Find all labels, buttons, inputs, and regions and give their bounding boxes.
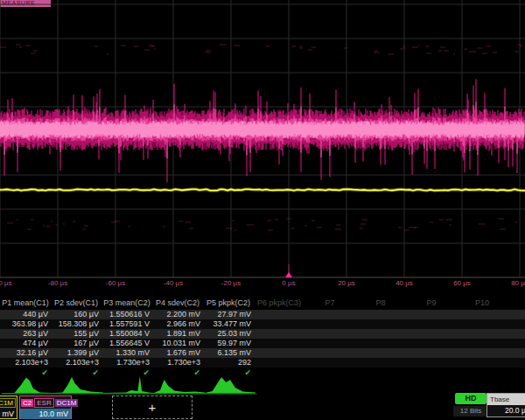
histicon — [2, 375, 52, 394]
timebase-value: 20.0 µs — [487, 405, 525, 416]
c1-coupling-badge: DC1M — [0, 398, 16, 408]
c2-scale: 10.0 mV — [20, 409, 71, 419]
param-header-disabled[interactable]: P6 pkpk(C3) — [254, 298, 304, 310]
param-header-disabled[interactable]: P7 — [304, 298, 355, 310]
time-tick-label: -100 µs — [0, 279, 11, 287]
table-cell: 25.03 mV — [205, 329, 256, 339]
histicon — [154, 375, 205, 394]
table-cell: 10.031 mV — [154, 339, 205, 348]
table-cell: 363.98 µV — [2, 319, 52, 329]
table-cell: 27.97 mV — [205, 310, 256, 319]
timebase-descriptor[interactable]: Tbase 20.0 µs — [486, 393, 525, 417]
time-tick-label: -80 µs — [48, 279, 67, 287]
param-header[interactable]: P3 mean(C2) — [102, 298, 152, 310]
param-header[interactable]: P4 sdev(C2) — [152, 298, 203, 310]
c1-scale: 10.0 mV — [0, 409, 17, 419]
param-header[interactable]: P1 mean(C1) — [0, 298, 51, 310]
param-header-disabled[interactable]: P9 — [406, 298, 457, 310]
table-cell: 2.966 mV — [154, 319, 205, 329]
time-tick-label: -40 µs — [164, 279, 183, 287]
histicon — [52, 375, 103, 394]
table-cell: 32.16 µV — [2, 348, 52, 358]
table-cell: 2.103e+3 — [2, 358, 52, 368]
hd-mode-badge[interactable]: HD — [455, 393, 486, 404]
table-cell: 1.730e+3 — [154, 358, 205, 368]
histicon — [205, 375, 256, 394]
time-tick-label: -20 µs — [221, 279, 241, 287]
waveform-display[interactable] — [0, 0, 525, 278]
c2-descriptor[interactable]: C2 ESR DC1M 10.0 mV — [19, 396, 72, 419]
time-tick-label: 40 µs — [396, 279, 413, 287]
measure-table[interactable]: P1 mean(C1)P2 sdev(C1)P3 mean(C2)P4 sdev… — [0, 298, 525, 378]
param-header[interactable]: P5 pkpk(C2) — [203, 298, 254, 310]
table-cell: 474 µV — [2, 339, 52, 348]
table-cell: 1.550616 V — [103, 310, 154, 319]
time-tick-label: 20 µs — [338, 279, 355, 287]
table-cell: 2.103e+3 — [52, 358, 103, 368]
histicon — [103, 375, 154, 394]
table-cell: 440 µV — [2, 310, 52, 319]
table-cell: 1.891 mV — [154, 329, 205, 339]
table-row: 2.103e+32.103e+31.730e+31.730e+3292 — [0, 358, 525, 368]
table-cell: 6.135 mV — [205, 348, 256, 358]
add-trace-button[interactable]: + — [112, 396, 192, 419]
table-cell: 1.330 mV — [103, 348, 154, 358]
c2-label: C2 — [21, 399, 33, 407]
table-row: 440 µV160 µV1.550616 V2.200 mV27.97 mV — [0, 310, 525, 319]
table-row: 32.16 µV1.399 µV1.330 mV1.676 mV6.135 mV — [0, 348, 525, 358]
time-axis: -100 µs-80 µs-60 µs-40 µs-20 µs0 µs20 µs… — [0, 278, 525, 290]
table-cell: 160 µV — [52, 310, 103, 319]
table-cell: 1.399 µV — [52, 348, 103, 358]
param-header[interactable]: P2 sdev(C1) — [51, 298, 102, 310]
timebase-label: Tbase — [487, 394, 525, 405]
table-row: 474 µV167 µV1.556645 V10.031 mV59.97 mV — [0, 339, 525, 348]
c2-coupling-badge: DC1M — [55, 399, 79, 407]
measure-table-body: 440 µV160 µV1.550616 V2.200 mV27.97 mV36… — [0, 310, 525, 368]
table-cell: 59.97 mV — [205, 339, 256, 348]
c2-esr-badge: ESR — [34, 398, 53, 408]
table-cell: 292 — [205, 358, 256, 368]
table-cell: 167 µV — [52, 339, 103, 348]
table-cell: 2.200 mV — [154, 310, 205, 319]
time-tick-label: 0 µs — [282, 279, 295, 287]
table-cell: 1.730e+3 — [103, 358, 154, 368]
c1-descriptor[interactable]: C1 DC1M 10.0 mV — [0, 396, 18, 419]
table-cell: 33.477 mV — [205, 319, 256, 329]
measure-table-header-row: P1 mean(C1)P2 sdev(C1)P3 mean(C2)P4 sdev… — [0, 298, 525, 310]
hd-bits-label: 12 Bits — [453, 406, 488, 416]
table-cell: 263 µV — [2, 329, 52, 339]
param-header-disabled[interactable]: P11 — [508, 298, 525, 310]
time-tick-label: 60 µs — [453, 279, 471, 287]
time-tick-label: 80 µs — [511, 279, 525, 287]
trigger-marker-icon[interactable] — [285, 272, 292, 277]
table-row: 263 µV155 µV1.550084 V1.891 mV25.03 mV — [0, 329, 525, 339]
table-cell: 1.550084 V — [103, 329, 154, 339]
table-cell: 158.308 µV — [52, 319, 103, 329]
table-cell: 1.557591 V — [103, 319, 154, 329]
histicon-baseline — [2, 394, 257, 395]
table-cell: 1.676 mV — [154, 348, 205, 358]
table-cell: 155 µV — [52, 329, 103, 339]
param-header-disabled[interactable]: P10 — [457, 298, 508, 310]
table-row: 363.98 µV158.308 µV1.557591 V2.966 mV33.… — [0, 319, 525, 329]
time-tick-label: -60 µs — [106, 279, 125, 287]
table-cell: 1.556645 V — [103, 339, 154, 348]
param-header-disabled[interactable]: P8 — [355, 298, 406, 310]
